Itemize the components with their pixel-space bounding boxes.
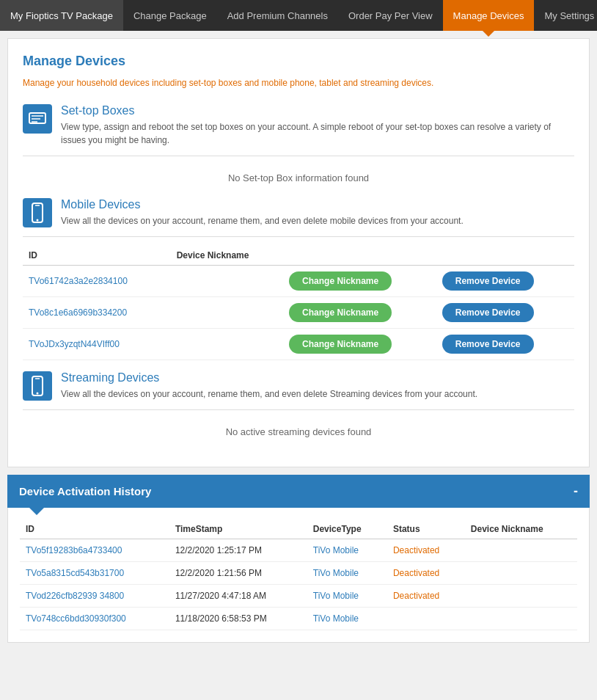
mobile-change-nickname-cell: Change Nickname [283,329,436,360]
settop-info: Set-top Boxes View type, assign and rebo… [61,104,574,147]
change-nickname-button[interactable]: Change Nickname [289,271,392,291]
mobile-device-id: TVo8c1e6a6969b334200 [23,297,171,329]
history-row: TVo5a8315cd543b31700 12/2/2020 1:21:56 P… [20,562,577,585]
streaming-icon [23,371,52,401]
mobile-change-nickname-cell: Change Nickname [283,266,436,297]
streaming-section-header: Streaming Devices View all the devices o… [23,371,574,401]
history-id: TVod226cfb82939 34800 [20,585,169,608]
mobile-device-id: TVoJDx3yzqtN44VIff00 [23,329,171,360]
history-section: Device Activation History - IDTimeStampD… [7,475,590,643]
settop-section-header: Set-top Boxes View type, assign and rebo… [23,104,574,147]
history-id: TVo748cc6bdd30930f300 [20,608,169,630]
history-device-type: TiVo Mobile [307,585,387,608]
change-nickname-button[interactable]: Change Nickname [289,335,392,354]
history-device-type: TiVo Mobile [307,562,387,585]
history-device-type: TiVo Mobile [307,608,387,630]
history-timestamp: 11/18/2020 6:58:53 PM [169,608,307,630]
nav-change-package[interactable]: Change Package [123,0,217,31]
main-container: Manage Devices Manage your household dev… [0,31,597,657]
history-col-header: Device Nickname [465,519,577,539]
top-navigation: My Fioptics TV Package Change Package Ad… [0,0,597,31]
history-title: Device Activation History [19,485,151,497]
page-description: Manage your household devices including … [23,76,574,90]
history-row: TVo5f19283b6a4733400 12/2/2020 1:25:17 P… [20,539,577,562]
mobile-desc: View all the devices on your account, re… [61,214,464,227]
mobile-remove-device-cell: Remove Device [436,297,574,329]
history-timestamp: 12/2/2020 1:25:17 PM [169,539,307,562]
settop-empty-message: No Set-top Box information found [23,165,574,198]
svg-point-8 [37,393,39,395]
history-nickname [465,585,577,608]
history-nickname [465,608,577,630]
history-nickname [465,539,577,562]
mobile-device-row: TVo61742a3a2e2834100 Change Nickname Rem… [23,266,574,297]
history-header: Device Activation History - [7,475,590,508]
col-header-id: ID [23,246,171,266]
mobile-device-id: TVo61742a3a2e2834100 [23,266,171,297]
settop-icon [23,104,52,134]
remove-device-button[interactable]: Remove Device [442,303,534,322]
history-row: TVod226cfb82939 34800 11/27/2020 4:47:18… [20,585,577,608]
history-body: IDTimeStampDeviceTypeStatusDevice Nickna… [7,508,590,643]
history-col-header: ID [20,519,169,539]
mobile-devices-table: ID Device Nickname TVo61742a3a2e2834100 … [23,246,574,360]
history-status: Deactivated [387,585,465,608]
mobile-device-row: TVo8c1e6a6969b334200 Change Nickname Rem… [23,297,574,329]
history-row: TVo748cc6bdd30930f300 11/18/2020 6:58:53… [20,608,577,630]
history-table: IDTimeStampDeviceTypeStatusDevice Nickna… [20,519,577,630]
history-id: TVo5a8315cd543b31700 [20,562,169,585]
history-col-header: Status [387,519,465,539]
mobile-change-nickname-cell: Change Nickname [283,297,436,329]
mobile-info: Mobile Devices View all the devices on y… [61,198,464,227]
mobile-device-row: TVoJDx3yzqtN44VIff00 Change Nickname Rem… [23,329,574,360]
history-nickname [465,562,577,585]
nav-my-fioptics-tv-package[interactable]: My Fioptics TV Package [0,0,123,31]
col-header-remove [436,246,574,266]
streaming-empty-message: No active streaming devices found [23,419,574,452]
main-card: Manage Devices Manage your household dev… [7,38,590,467]
settop-divider [23,156,574,156]
history-device-type: TiVo Mobile [307,539,387,562]
col-header-nickname: Device Nickname [171,246,283,266]
nav-order-pay-per-view[interactable]: Order Pay Per View [338,0,443,31]
history-id: TVo5f19283b6a4733400 [20,539,169,562]
nav-my-settings[interactable]: My Settings [534,0,597,31]
svg-point-5 [37,219,39,222]
streaming-divider [23,409,574,410]
nav-add-premium-channels[interactable]: Add Premium Channels [217,0,338,31]
settop-desc: View type, assign and reboot the set top… [61,120,574,147]
history-status: Deactivated [387,539,465,562]
mobile-device-nickname [171,297,283,329]
streaming-info: Streaming Devices View all the devices o… [61,371,477,401]
mobile-title: Mobile Devices [61,198,464,211]
history-status [387,608,465,630]
page-title: Manage Devices [23,54,574,69]
streaming-title: Streaming Devices [61,371,477,384]
remove-device-button[interactable]: Remove Device [442,335,534,354]
streaming-desc: View all the devices on your account, re… [61,387,477,401]
mobile-device-nickname [171,266,283,297]
history-timestamp: 11/27/2020 4:47:18 AM [169,585,307,608]
history-timestamp: 12/2/2020 1:21:56 PM [169,562,307,585]
mobile-device-nickname [171,329,283,360]
col-header-change [283,246,436,266]
change-nickname-button[interactable]: Change Nickname [289,303,392,322]
history-col-header: DeviceType [307,519,387,539]
nav-manage-devices[interactable]: Manage Devices [443,0,535,31]
remove-device-button[interactable]: Remove Device [442,271,534,291]
settop-title: Set-top Boxes [61,104,574,117]
history-col-header: TimeStamp [169,519,307,539]
mobile-divider [23,236,574,237]
mobile-remove-device-cell: Remove Device [436,266,574,297]
mobile-section-header: Mobile Devices View all the devices on y… [23,198,574,227]
history-status: Deactivated [387,562,465,585]
mobile-icon [23,198,52,227]
history-collapse-btn[interactable]: - [574,484,578,499]
mobile-remove-device-cell: Remove Device [436,329,574,360]
